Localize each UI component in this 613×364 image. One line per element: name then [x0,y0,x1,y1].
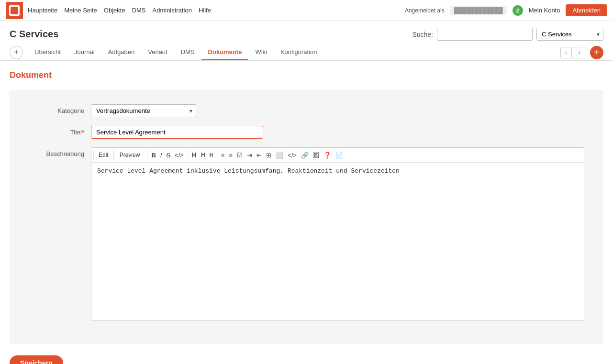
nav-administration[interactable]: Administration [153,7,192,14]
app-logo [6,2,23,19]
save-button[interactable]: Speichern [10,355,63,364]
editor-body[interactable]: Service Level Agreement inklusive Leistu… [91,163,584,320]
search-dropdown[interactable]: C Services [536,28,603,41]
tabs-nav: ‹ › + [560,46,603,59]
toolbar-strike[interactable]: S [164,151,172,160]
tab-journal[interactable]: Journal [67,44,101,60]
kategorie-select[interactable]: Vertragsdokumente Technische Dokumente S… [91,104,196,117]
titel-field [91,126,584,139]
tab-dokumente[interactable]: Dokumente [201,44,249,60]
editor-tab-edit[interactable]: Edit [93,150,114,160]
nav-meine-seite[interactable]: Meine Seite [64,7,97,14]
toolbar-link[interactable]: 🔗 [299,151,311,160]
toolbar-file[interactable]: 📄 [334,151,345,160]
tab-aufgaben[interactable]: Aufgaben [101,44,142,60]
suche-label: Suche: [412,31,433,38]
toolbar-divider-1 [147,151,147,159]
toolbar-h1[interactable]: H [190,150,199,160]
toolbar-divider-3 [217,151,217,159]
toolbar-italic[interactable]: I [158,151,164,160]
kategorie-select-wrapper: Vertragsdokumente Technische Dokumente S… [91,104,196,117]
tab-konfiguration[interactable]: Konfiguration [274,44,324,60]
titel-input[interactable] [91,126,263,139]
dokument-heading: Dokument [10,70,603,80]
toolbar-todo[interactable]: ☑ [235,151,245,160]
toolbar-bold[interactable]: B [149,151,157,160]
search-dropdown-wrapper: C Services [536,28,603,41]
toolbar-h3[interactable]: H [208,152,215,159]
toolbar-ol[interactable]: ≡ [227,151,234,160]
toolbar-table[interactable]: ⊞ [264,151,273,160]
tab-dms[interactable]: DMS [174,44,201,60]
kategorie-row: Kategorie Vertragsdokumente Technische D… [29,104,584,117]
mein-konto-link[interactable]: Mein Konto [529,7,560,14]
tabs-add-right-button[interactable]: + [590,46,603,59]
search-input[interactable] [437,28,533,41]
editor-wrapper: Edit Preview B I S </> H H H ≡ ≡ [91,147,584,321]
beschreibung-label: Beschreibung [29,147,91,157]
form-card: Kategorie Vertragsdokumente Technische D… [10,90,603,344]
top-right-area: Angemeldet als ████████████ 2 Mein Konto… [405,4,607,16]
tab-wiki[interactable]: Wiki [248,44,274,60]
angemeldet-label: Angemeldet als [405,7,445,14]
angemeldet-user: ████████████ [450,6,507,15]
nav-hilfe[interactable]: Hilfe [199,7,211,14]
beschreibung-field: Edit Preview B I S </> H H H ≡ ≡ [91,147,584,321]
nav-hauptseite[interactable]: Hauptseite [28,7,57,14]
beschreibung-row: Beschreibung Edit Preview B I S </> H H [29,147,584,321]
toolbar-h2[interactable]: H [199,151,207,159]
editor-tab-preview[interactable]: Preview [114,150,145,160]
tabs-next-button[interactable]: › [574,47,585,58]
toolbar-image[interactable]: 🖼 [311,151,321,160]
kategorie-field: Vertragsdokumente Technische Dokumente S… [91,104,584,117]
nav-links: Hauptseite Meine Seite Objekte DMS Admin… [28,7,211,14]
titel-label: Titel* [29,126,91,136]
tabs-bar: + Übersicht Journal Aufgaben Verlauf DMS… [0,44,613,61]
section-header: C Services Suche: C Services [0,21,613,44]
toolbar-help[interactable]: ❓ [322,151,333,160]
toolbar-code-inline[interactable]: </> [173,151,186,160]
main-content: Dokument Kategorie Vertragsdokumente Tec… [0,61,613,364]
section-title: C Services [10,29,58,40]
add-tab-button[interactable]: + [10,46,23,59]
kategorie-label: Kategorie [29,104,91,114]
toolbar-indent-left[interactable]: ⇤ [255,151,264,160]
tab-ubersicht[interactable]: Übersicht [28,44,67,60]
search-area: Suche: C Services [412,28,603,41]
editor-toolbar: Edit Preview B I S </> H H H ≡ ≡ [91,148,584,163]
tabs-list: Übersicht Journal Aufgaben Verlauf DMS D… [28,44,560,60]
tabs-prev-button[interactable]: ‹ [560,47,572,58]
toolbar-expand[interactable]: ⬜ [274,151,285,160]
notification-badge[interactable]: 2 [513,5,523,16]
tab-verlauf[interactable]: Verlauf [141,44,174,60]
toolbar-indent-right[interactable]: ⇥ [245,151,254,160]
nav-dms[interactable]: DMS [132,7,146,14]
nav-objekte[interactable]: Objekte [104,7,125,14]
toolbar-divider-2 [188,151,188,159]
toolbar-code-block[interactable]: </> [286,151,299,160]
logo-icon [9,5,20,16]
top-navigation: Hauptseite Meine Seite Objekte DMS Admin… [0,0,613,21]
abmelden-button[interactable]: Abmelden [566,4,607,16]
titel-row: Titel* [29,126,584,139]
toolbar-ul[interactable]: ≡ [219,151,227,160]
